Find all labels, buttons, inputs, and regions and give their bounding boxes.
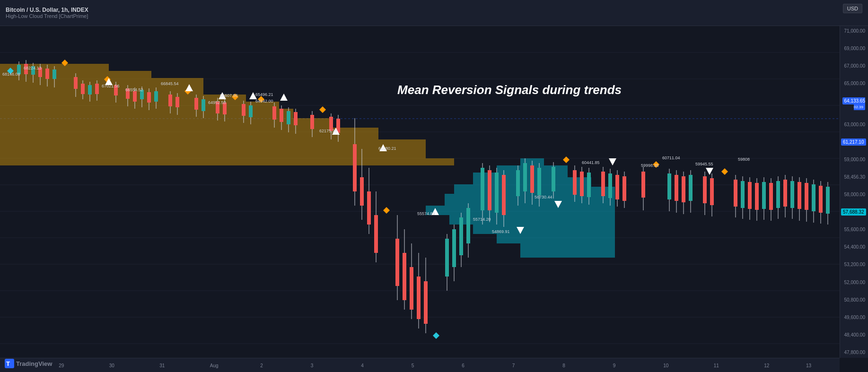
candle-group-9 xyxy=(395,215,439,339)
svg-rect-115 xyxy=(488,170,491,210)
svg-rect-142 xyxy=(615,175,619,199)
svg-rect-162 xyxy=(734,180,737,207)
svg-rect-85 xyxy=(353,144,357,191)
price-53200: 53,200.00 xyxy=(841,262,867,268)
price-highlight-61217: 61,217.10 xyxy=(841,138,866,146)
time-label-13: 13 xyxy=(806,363,811,368)
price-58456: 58,456.30 xyxy=(841,174,867,180)
price-50800: 50,800.00 xyxy=(841,297,867,303)
time-label-9: 9 xyxy=(613,363,616,368)
svg-rect-105 xyxy=(445,239,449,277)
price-65000: 65,000.00 xyxy=(841,81,867,87)
chart-symbol: Bitcoin / U.S. Dollar, 1h, INDEX xyxy=(6,7,88,13)
chart-header: Bitcoin / U.S. Dollar, 1h, INDEX High-Lo… xyxy=(0,0,868,26)
svg-rect-65 xyxy=(242,104,245,116)
svg-marker-92 xyxy=(383,207,390,214)
svg-rect-140 xyxy=(608,173,612,198)
svg-rect-107 xyxy=(452,229,456,267)
svg-rect-27 xyxy=(53,69,56,79)
time-label-31: 31 xyxy=(159,363,165,368)
svg-rect-188 xyxy=(826,187,830,214)
time-label-10: 10 xyxy=(663,363,668,368)
time-label-11: 11 xyxy=(714,363,719,368)
svg-rect-25 xyxy=(45,69,49,79)
price-annotation-20: 59808 xyxy=(738,157,750,162)
svg-rect-113 xyxy=(481,168,484,210)
price-annotation-11: 61080.21 xyxy=(378,146,396,151)
svg-rect-43 xyxy=(133,91,137,102)
price-annotation-19: 59945.55 xyxy=(695,162,713,166)
svg-rect-72 xyxy=(280,109,283,122)
price-49600: 49,600.00 xyxy=(841,315,867,320)
svg-marker-103 xyxy=(433,332,439,339)
price-annotation-17: 59998.35 xyxy=(641,163,659,168)
svg-marker-79 xyxy=(319,106,326,113)
price-63000: 63,000.00 xyxy=(841,122,867,128)
svg-rect-159 xyxy=(710,178,714,205)
tv-icon: T xyxy=(5,359,14,368)
svg-rect-119 xyxy=(502,175,506,215)
svg-rect-67 xyxy=(249,105,253,117)
svg-rect-32 xyxy=(81,84,85,94)
svg-rect-146 xyxy=(641,172,645,198)
price-47800: 47,800.00 xyxy=(841,350,867,355)
candle-group-15 xyxy=(641,161,693,214)
chart-area: 68146.08 68224.13 67021.56 66554.52 6684… xyxy=(0,26,840,358)
svg-rect-180 xyxy=(798,182,801,209)
svg-rect-155 xyxy=(689,175,693,201)
price-annotation-3: 67021.56 xyxy=(102,84,120,88)
svg-rect-144 xyxy=(623,176,626,201)
svg-rect-149 xyxy=(667,173,671,199)
usd-button[interactable]: USD xyxy=(843,4,862,13)
svg-rect-178 xyxy=(790,181,794,208)
svg-rect-134 xyxy=(580,172,584,196)
price-annotation-10: 62175.20 xyxy=(319,129,337,133)
svg-rect-98 xyxy=(410,267,413,310)
price-69000: 69,000.00 xyxy=(841,46,867,52)
price-annotation-5: 66845.54 xyxy=(161,81,179,86)
svg-rect-96 xyxy=(403,253,406,300)
svg-rect-56 xyxy=(194,98,198,110)
svg-marker-130 xyxy=(563,156,570,163)
price-55600: 55,600.00 xyxy=(841,227,867,233)
tradingview-logo: T TradingView xyxy=(5,359,52,368)
time-label-8: 8 xyxy=(562,363,565,368)
chart-indicator: High-Low Cloud Trend [ChartPrime] xyxy=(6,13,88,19)
time-label-aug: Aug xyxy=(210,363,219,368)
svg-rect-87 xyxy=(360,177,364,206)
up-arrow-4 xyxy=(706,168,713,175)
price-67000: 67,000.00 xyxy=(841,63,867,69)
time-label-30: 30 xyxy=(109,363,114,368)
svg-rect-53 xyxy=(175,97,179,107)
price-64133: 64,133.6502.39 xyxy=(841,98,867,110)
svg-text:T: T xyxy=(6,360,10,367)
svg-rect-111 xyxy=(466,208,470,243)
svg-rect-170 xyxy=(762,182,766,209)
price-highlight-64133: 64,133.6502.39 xyxy=(842,97,866,110)
price-highlight-57688: 57,688.32 xyxy=(841,208,866,216)
time-label-12: 12 xyxy=(764,363,769,368)
up-arrow-3 xyxy=(609,158,616,165)
svg-rect-138 xyxy=(601,172,605,196)
svg-rect-153 xyxy=(682,176,685,202)
svg-rect-70 xyxy=(272,106,276,120)
svg-rect-49 xyxy=(154,91,158,102)
price-annotation-15: 56730.44 xyxy=(535,195,552,199)
price-annotation-6: 64952.50 xyxy=(208,100,226,105)
svg-rect-157 xyxy=(703,176,707,203)
svg-rect-36 xyxy=(95,84,99,94)
svg-rect-76 xyxy=(294,112,298,125)
price-48400: 48,400.00 xyxy=(841,332,867,338)
svg-rect-127 xyxy=(537,168,541,195)
svg-rect-182 xyxy=(805,183,808,210)
price-annotation-18: 60711.04 xyxy=(662,156,680,160)
svg-rect-117 xyxy=(495,173,499,213)
svg-rect-136 xyxy=(587,173,591,197)
price-scale: 71,000.00 69,000.00 67,000.00 65,000.00 … xyxy=(840,26,868,358)
down-arrow-5 xyxy=(280,94,288,101)
chart-svg: 68146.08 68224.13 67021.56 66554.52 6684… xyxy=(0,26,840,358)
candle-group-16 xyxy=(703,168,830,225)
svg-rect-102 xyxy=(424,281,428,324)
price-annotation-4: 66554.52 xyxy=(125,87,143,92)
chart-main-title: Mean Reversion Signals during trends xyxy=(397,83,622,97)
